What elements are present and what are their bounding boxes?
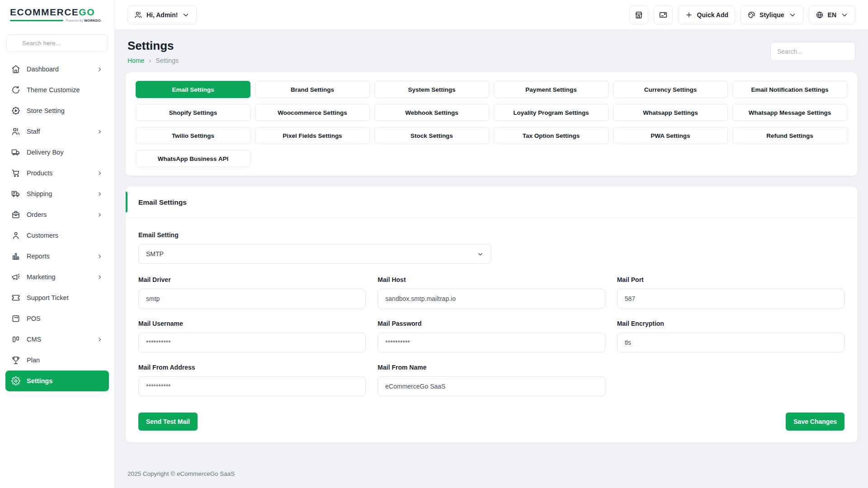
mail-driver-field: Mail Driver [138,276,366,309]
tab-email-settings[interactable]: Email Settings [136,81,250,98]
brand-logo[interactable]: ECOMMERCEGO Powered By WORKDO. [0,0,114,30]
sidebar-item-label: Orders [27,211,47,218]
mail-password-label: Mail Password [377,320,605,327]
sidebar-item-label: Customers [27,232,58,239]
settings-gear-icon [11,376,20,385]
chevron-right-icon [96,128,103,135]
panel-title: Email Settings [138,198,844,206]
language-button[interactable]: EN [809,5,855,24]
mail-host-input[interactable] [377,289,605,309]
tab-system-settings[interactable]: System Settings [374,81,489,98]
tab-whatsapp-message-settings[interactable]: Whatsapp Message Settings [732,104,847,121]
mail-from-name-field: Mail From Name [377,364,605,396]
page-content: Settings Home › Settings Email SettingsB… [115,30,868,488]
brand-underline [10,20,63,21]
plus-icon [685,11,693,19]
mail-host-label: Mail Host [377,276,605,283]
home-icon [11,65,20,74]
sidebar-item-marketing[interactable]: Marketing [5,267,109,287]
mail-from-name-input[interactable] [377,376,605,396]
sidebar-item-label: Settings [27,377,52,385]
reports-chart-icon [11,252,20,261]
breadcrumb-home-link[interactable]: Home [127,57,144,64]
mail-driver-label: Mail Driver [138,276,366,283]
tab-currency-settings[interactable]: Currency Settings [613,81,728,98]
sidebar-item-theme-customize[interactable]: Theme Customize [5,80,109,100]
mail-port-label: Mail Port [617,276,844,283]
mail-driver-input[interactable] [138,289,366,309]
storefront-button[interactable] [629,5,648,24]
sidebar-item-products[interactable]: Products [5,163,109,183]
cms-icon [11,335,20,344]
mail-username-field: Mail Username [138,320,366,352]
tab-email-notification-settings[interactable]: Email Notification Settings [732,81,847,98]
tab-stock-settings[interactable]: Stock Settings [374,127,489,144]
theme-style-button[interactable]: Stylique [741,5,803,24]
tab-payment-settings[interactable]: Payment Settings [494,81,609,98]
sidebar-item-orders[interactable]: Orders [5,204,109,225]
tab-whatsapp-business-api[interactable]: WhatsApp Business API [136,150,250,167]
sidebar-item-customers[interactable]: Customers [5,225,109,246]
sidebar-item-cms[interactable]: CMS [5,329,109,350]
mail-encryption-field: Mail Encryption [617,320,844,352]
sidebar-search-input[interactable] [6,34,108,52]
sidebar-item-pos[interactable]: POS [5,308,109,329]
tab-refund-settings[interactable]: Refund Settings [732,127,847,144]
tab-pixel-fields-settings[interactable]: Pixel Fields Settings [255,127,370,144]
customers-person-icon [11,231,20,240]
sidebar-item-delivery-boy[interactable]: Delivery Boy [5,142,109,163]
staff-users-icon [11,127,20,136]
sidebar-item-label: Staff [27,128,40,135]
sidebar-item-label: CMS [27,336,41,343]
tab-twilio-settings[interactable]: Twilio Settings [136,127,250,144]
tab-whatsapp-settings[interactable]: Whatsapp Settings [613,104,728,121]
mail-from-address-field: Mail From Address [138,364,366,396]
sidebar-item-store-setting[interactable]: Store Setting [5,100,109,121]
chevron-down-icon [477,251,484,258]
tab-shopify-settings[interactable]: Shopify Settings [136,104,250,121]
tab-woocommerce-settings[interactable]: Woocommerce Settings [255,104,370,121]
mail-host-field: Mail Host [377,276,605,309]
brand-powered-by: Powered By WORKDO. [66,19,102,23]
user-icon [134,11,142,19]
mail-encryption-input[interactable] [617,333,844,352]
save-changes-button[interactable]: Save Changes [786,413,844,431]
sidebar-item-staff[interactable]: Staff [5,121,109,142]
sidebar-item-label: Products [27,169,52,177]
plan-trophy-icon [11,356,20,365]
email-setting-select[interactable]: SMTP [138,244,491,264]
sidebar-item-dashboard[interactable]: Dashboard [5,59,109,80]
footer-copyright: 2025 Copyright © eCommerceGo SaaS [126,460,857,488]
quick-add-button[interactable]: Quick Add [678,5,736,24]
sidebar-item-reports[interactable]: Reports [5,246,109,267]
mail-port-input[interactable] [617,289,844,309]
page-search-input[interactable] [770,42,855,61]
email-setting-field: Email Setting SMTP [138,231,844,264]
brand-name: ECOMMERCEGO [10,7,102,17]
mail-from-address-input[interactable] [138,376,366,396]
tab-loyality-program-settings[interactable]: Loyality Program Settings [494,104,609,121]
mail-from-address-label: Mail From Address [138,364,366,371]
tab-webhook-settings[interactable]: Webhook Settings [374,104,489,121]
sidebar-item-settings[interactable]: Settings [5,371,109,391]
tab-pwa-settings[interactable]: PWA Settings [613,127,728,144]
tab-brand-settings[interactable]: Brand Settings [255,81,370,98]
settings-tabs-card: Email SettingsBrand SettingsSystem Setti… [126,72,857,176]
palette-icon [747,11,755,19]
storefront-icon [634,10,643,19]
sidebar-item-label: Support Ticket [27,294,69,301]
mail-username-input[interactable] [138,333,366,352]
email-templates-button[interactable] [654,5,673,24]
main-area: Hi, Admin! Quick Add Stylique EN [115,0,868,488]
settings-tabs-grid: Email SettingsBrand SettingsSystem Setti… [136,81,847,167]
sidebar-item-plan[interactable]: Plan [5,350,109,371]
mail-username-label: Mail Username [138,320,366,327]
sidebar-item-shipping[interactable]: Shipping [5,183,109,204]
chevron-right-icon [96,66,103,73]
user-menu-button[interactable]: Hi, Admin! [127,5,197,24]
email-settings-panel: Email Settings Email Setting SMTP Mail D… [126,187,857,442]
sidebar-item-support-ticket[interactable]: Support Ticket [5,287,109,308]
tab-tax-option-settings[interactable]: Tax Option Settings [494,127,609,144]
mail-password-input[interactable] [377,333,605,352]
send-test-mail-button[interactable]: Send Test Mail [138,413,198,431]
